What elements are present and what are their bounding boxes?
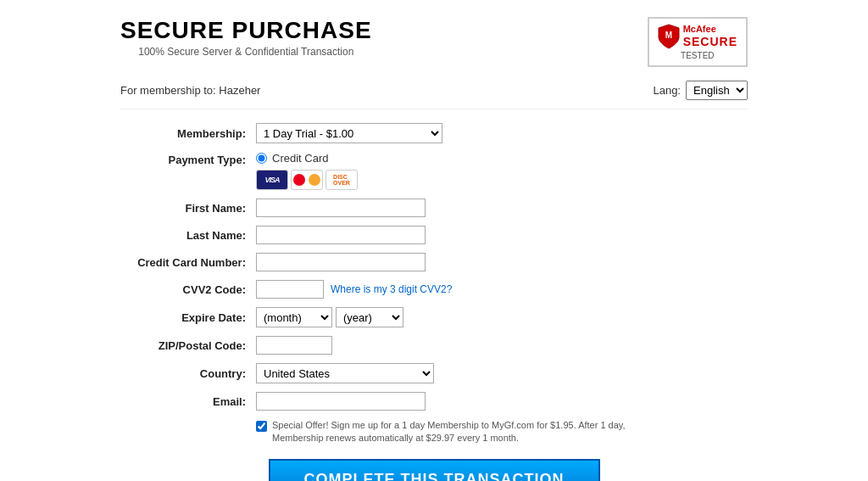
credit-card-radio[interactable] [256, 153, 267, 164]
membership-bar: For membership to: Hazeher Lang: English [120, 81, 748, 109]
lang-label: Lang: [653, 84, 681, 97]
header-left: SECURE PURCHASE 100% Secure Server & Con… [120, 17, 372, 58]
mcafee-text: McAfee SECURE [683, 24, 737, 49]
membership-label: Membership: [120, 127, 256, 140]
cc-number-input[interactable] [256, 253, 426, 271]
payment-type-content: Credit Card VISA DISCOVER [256, 152, 358, 190]
membership-select[interactable]: 1 Day Trial - $1.00 [256, 123, 442, 143]
expire-date-row: Expire Date: (month) (year) [120, 307, 748, 327]
cvv2-row: CVV2 Code: Where is my 3 digit CVV2? [120, 280, 748, 299]
cvv2-input[interactable] [256, 280, 324, 299]
first-name-label: First Name: [120, 202, 256, 215]
mastercard-icon [291, 170, 323, 190]
credit-card-option: Credit Card [256, 152, 358, 165]
svg-text:M: M [665, 31, 671, 40]
payment-form: Membership: 1 Day Trial - $1.00 Payment … [120, 123, 748, 445]
mcafee-tested-label: TESTED [681, 51, 714, 60]
membership-site-text: For membership to: Hazeher [120, 84, 260, 97]
country-label: Country: [120, 367, 256, 380]
special-offer-text: Special Offer! Sign me up for a 1 day Me… [272, 419, 628, 445]
special-offer-row: Special Offer! Sign me up for a 1 day Me… [256, 419, 748, 445]
lang-selector: Lang: English [653, 81, 748, 100]
email-input[interactable] [256, 392, 426, 411]
mcafee-badge: M McAfee SECURE TESTED [648, 17, 748, 67]
last-name-label: Last Name: [120, 229, 256, 242]
expire-date-label: Expire Date: [120, 311, 256, 324]
page-title: SECURE PURCHASE [120, 17, 372, 44]
cvv2-label: CVV2 Code: [120, 283, 256, 296]
email-label: Email: [120, 395, 256, 408]
cc-number-label: Credit Card Number: [120, 256, 256, 269]
page-subtitle: 100% Secure Server & Confidential Transa… [138, 46, 353, 58]
mcafee-secure-label: SECURE [683, 35, 737, 49]
header: SECURE PURCHASE 100% Secure Server & Con… [120, 17, 748, 67]
payment-type-row: Payment Type: Credit Card VISA DISCOVER [120, 152, 748, 190]
expire-selects: (month) (year) [256, 307, 403, 327]
cvv2-help-link[interactable]: Where is my 3 digit CVV2? [331, 283, 452, 295]
card-icons: VISA DISCOVER [256, 170, 358, 190]
country-select[interactable]: United States [256, 363, 434, 383]
mcafee-shield-icon: M [658, 24, 680, 49]
credit-card-label: Credit Card [272, 152, 328, 165]
visa-icon: VISA [256, 170, 288, 190]
first-name-row: First Name: [120, 199, 748, 217]
membership-row: Membership: 1 Day Trial - $1.00 [120, 123, 748, 143]
cc-number-row: Credit Card Number: [120, 253, 748, 271]
email-row: Email: [120, 392, 748, 411]
lang-select[interactable]: English [686, 81, 748, 100]
first-name-input[interactable] [256, 199, 426, 217]
last-name-row: Last Name: [120, 226, 748, 244]
payment-type-label: Payment Type: [120, 152, 256, 166]
discover-icon: DISCOVER [326, 170, 358, 190]
mcafee-logo: M McAfee SECURE [658, 24, 737, 49]
last-name-input[interactable] [256, 226, 426, 244]
complete-transaction-button[interactable]: COMPLETE THIS TRANSACTION [269, 459, 600, 481]
special-offer-checkbox[interactable] [256, 421, 267, 432]
expire-month-select[interactable]: (month) [256, 307, 332, 327]
country-row: Country: United States [120, 363, 748, 383]
zip-label: ZIP/Postal Code: [120, 339, 256, 352]
expire-year-select[interactable]: (year) [336, 307, 403, 327]
zip-row: ZIP/Postal Code: [120, 336, 748, 355]
zip-input[interactable] [256, 336, 332, 355]
